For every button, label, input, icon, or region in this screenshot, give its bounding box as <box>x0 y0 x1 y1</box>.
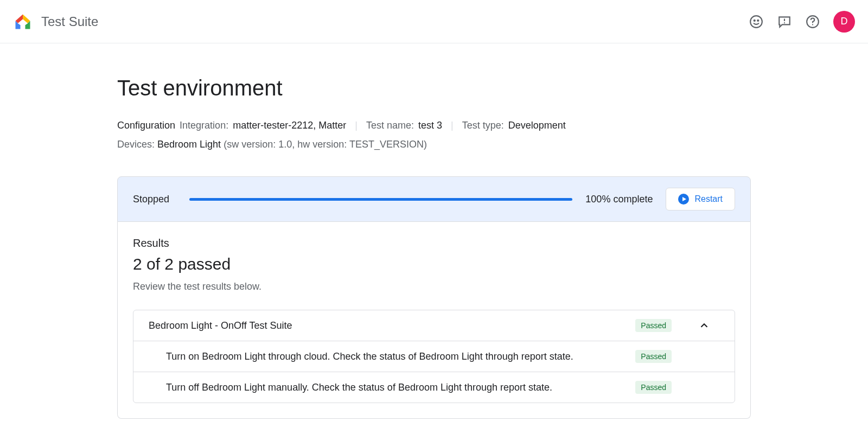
announcement-icon[interactable] <box>777 14 792 29</box>
svg-point-2 <box>757 20 758 21</box>
status-badge: Passed <box>635 319 672 332</box>
progress-bar <box>189 198 572 201</box>
test-item: Turn on Bedroom Light through cloud. Che… <box>133 341 735 372</box>
status-badge: Passed <box>635 350 672 363</box>
integration-label: Integration: <box>180 120 228 131</box>
main-content: Test environment Configuration Integrati… <box>108 43 760 434</box>
device-details: (sw version: 1.0, hw version: TEST_VERSI… <box>224 139 427 150</box>
status-badge: Passed <box>635 381 672 394</box>
header-right: D <box>749 11 855 33</box>
status-state: Stopped <box>133 194 176 205</box>
status-bar: Stopped 100% complete Restart <box>117 176 751 222</box>
test-group-header[interactable]: Bedroom Light - OnOff Test Suite Passed <box>133 310 735 341</box>
page-title: Test environment <box>117 76 751 100</box>
results-heading: Results <box>133 237 735 250</box>
test-group-title: Bedroom Light - OnOff Test Suite <box>149 320 635 331</box>
devices-label: Devices: <box>117 139 155 150</box>
test-item-text: Turn off Bedroom Light manually. Check t… <box>166 382 635 393</box>
chevron-up-icon <box>698 319 711 332</box>
results-subtext: Review the test results below. <box>133 281 735 292</box>
divider: | <box>451 120 454 131</box>
app-title: Test Suite <box>41 14 98 29</box>
user-avatar[interactable]: D <box>833 11 855 33</box>
results-summary: 2 of 2 passed <box>133 255 735 273</box>
test-name-label: Test name: <box>366 120 414 131</box>
test-type-label: Test type: <box>462 120 504 131</box>
test-item-text: Turn on Bedroom Light through cloud. Che… <box>166 351 635 362</box>
progress-text: 100% complete <box>585 194 653 205</box>
feedback-smile-icon[interactable] <box>749 14 764 29</box>
play-icon <box>678 194 689 205</box>
restart-label: Restart <box>694 194 723 204</box>
svg-point-0 <box>750 16 762 28</box>
progress-container: 100% complete <box>189 194 653 205</box>
results-panel: Results 2 of 2 passed Review the test re… <box>117 222 751 419</box>
help-icon[interactable] <box>805 14 820 29</box>
test-type-value: Development <box>508 120 566 131</box>
config-label: Configuration <box>117 120 175 131</box>
restart-button[interactable]: Restart <box>666 188 735 210</box>
svg-point-6 <box>812 24 813 25</box>
app-header: Test Suite D <box>0 0 868 43</box>
test-name-value: test 3 <box>418 120 442 131</box>
device-name: Bedroom Light <box>157 139 221 150</box>
devices-line: Devices: Bedroom Light (sw version: 1.0,… <box>117 139 751 150</box>
test-item: Turn off Bedroom Light manually. Check t… <box>133 372 735 403</box>
google-home-logo-icon <box>13 12 33 31</box>
divider: | <box>355 120 358 131</box>
svg-point-4 <box>784 22 785 23</box>
svg-point-1 <box>754 20 755 21</box>
test-group: Bedroom Light - OnOff Test Suite Passed … <box>133 310 735 403</box>
integration-value: matter-tester-2212, Matter <box>233 120 346 131</box>
header-left: Test Suite <box>13 12 98 31</box>
configuration-line: Configuration Integration: matter-tester… <box>117 120 751 131</box>
